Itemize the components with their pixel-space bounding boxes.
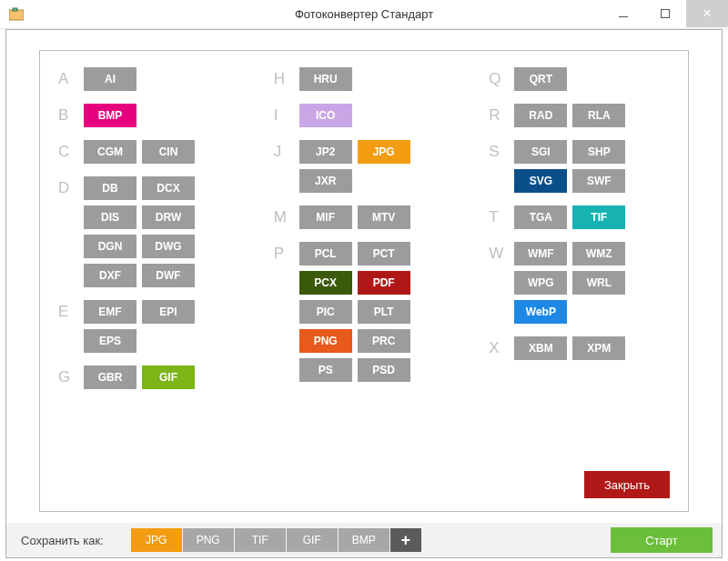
- format-chip-pcx[interactable]: PCX: [299, 271, 352, 295]
- format-chip-rla[interactable]: RLA: [572, 104, 625, 127]
- format-group-q: QQRT: [489, 67, 670, 91]
- minimize-button[interactable]: [602, 0, 644, 27]
- format-chips: XBMXPM: [514, 336, 625, 360]
- format-chip-wmf[interactable]: WMF: [514, 242, 567, 265]
- format-chip-webp[interactable]: WebP: [514, 300, 567, 324]
- format-chip-dwg[interactable]: DWG: [142, 235, 195, 258]
- format-chip-rad[interactable]: RAD: [514, 104, 567, 127]
- format-chip-mtv[interactable]: MTV: [358, 205, 410, 229]
- format-chip-mif[interactable]: MIF: [299, 205, 352, 229]
- format-chip-drw[interactable]: DRW: [142, 205, 195, 229]
- format-chip-gif[interactable]: GIF: [142, 366, 195, 389]
- format-chips: QRT: [514, 67, 567, 91]
- format-chip-dwf[interactable]: DWF: [142, 264, 195, 287]
- format-chip-pic[interactable]: PIC: [299, 300, 352, 324]
- format-group-i: IICO: [274, 104, 455, 127]
- format-chip-ico[interactable]: ICO: [299, 104, 352, 127]
- format-chip-gbr[interactable]: GBR: [84, 366, 136, 389]
- group-letter: T: [489, 205, 514, 226]
- format-chips: WMFWMZWPGWRLWebP: [514, 242, 642, 324]
- group-letter: A: [58, 67, 84, 88]
- format-chip-jxr[interactable]: JXR: [299, 169, 352, 193]
- save-as-label: Сохранить как:: [21, 534, 104, 547]
- format-picker-panel: AAIBBMPCCGMCINDDBDCXDISDRWDGNDWGDXFDWFEE…: [39, 50, 689, 512]
- format-group-h: HHRU: [274, 67, 455, 91]
- close-window-button[interactable]: ×: [686, 0, 728, 27]
- app-frame: Сохранить как: JPGPNGTIFGIFBMP+ Старт AA…: [5, 29, 723, 558]
- format-chip-hru[interactable]: HRU: [299, 67, 352, 91]
- format-chips: GBRGIF: [84, 366, 195, 389]
- format-chips: RADRLA: [514, 104, 625, 127]
- format-chip-png[interactable]: PNG: [299, 329, 352, 353]
- group-letter: Q: [489, 67, 514, 88]
- format-button-tif[interactable]: TIF: [235, 528, 286, 552]
- format-chips: JP2JPGJXR: [299, 140, 427, 193]
- format-chip-ai[interactable]: AI: [84, 67, 136, 91]
- add-format-button[interactable]: +: [390, 528, 421, 552]
- format-chip-dis[interactable]: DIS: [84, 205, 136, 229]
- group-letter: M: [274, 205, 299, 226]
- format-button-jpg[interactable]: JPG: [131, 528, 182, 552]
- group-letter: E: [58, 300, 84, 321]
- format-chip-eps[interactable]: EPS: [84, 329, 136, 353]
- format-chips: ICO: [299, 104, 352, 127]
- format-chip-psd[interactable]: PSD: [358, 358, 410, 382]
- format-chip-qrt[interactable]: QRT: [514, 67, 567, 91]
- format-row: JPGPNGTIFGIFBMP+: [131, 528, 421, 552]
- format-chip-prc[interactable]: PRC: [358, 329, 410, 353]
- format-chip-jpg[interactable]: JPG: [358, 140, 410, 164]
- format-group-x: XXBMXPM: [489, 336, 670, 360]
- format-chip-ps[interactable]: PS: [299, 358, 352, 382]
- format-chips: MIFMTV: [299, 205, 410, 229]
- format-chip-pcl[interactable]: PCL: [299, 242, 352, 265]
- format-chip-emf[interactable]: EMF: [84, 300, 136, 324]
- format-chip-xbm[interactable]: XBM: [514, 336, 567, 360]
- start-button[interactable]: Старт: [611, 527, 713, 553]
- titlebar: Фотоконвертер Стандарт ×: [0, 0, 728, 29]
- close-panel-button[interactable]: Закрыть: [584, 471, 670, 498]
- format-chip-epi[interactable]: EPI: [142, 300, 195, 324]
- format-group-e: EEMFEPIEPS: [58, 300, 239, 353]
- format-column: QQRTRRADRLASSGISHPSVGSWFTTGATIFWWMFWMZWP…: [489, 67, 670, 402]
- group-letter: J: [274, 140, 299, 161]
- format-chip-sgi[interactable]: SGI: [514, 140, 567, 164]
- format-chips: TGATIF: [514, 205, 625, 229]
- format-chip-swf[interactable]: SWF: [572, 169, 625, 193]
- format-chip-plt[interactable]: PLT: [358, 300, 410, 324]
- format-button-png[interactable]: PNG: [183, 528, 234, 552]
- format-column: HHRUIICOJJP2JPGJXRMMIFMTVPPCLPCTPCXPDFPI…: [274, 67, 455, 402]
- format-chip-wpg[interactable]: WPG: [514, 271, 567, 295]
- format-button-gif[interactable]: GIF: [287, 528, 338, 552]
- format-chip-dgn[interactable]: DGN: [84, 235, 136, 258]
- bottom-toolbar: Сохранить как: JPGPNGTIFGIFBMP+ Старт: [6, 523, 722, 557]
- format-group-p: PPCLPCTPCXPDFPICPLTPNGPRCPSPSD: [274, 242, 455, 382]
- format-group-d: DDBDCXDISDRWDGNDWGDXFDWF: [58, 176, 239, 287]
- format-chip-cgm[interactable]: CGM: [84, 140, 136, 164]
- format-chip-tga[interactable]: TGA: [514, 205, 567, 229]
- format-chip-dcx[interactable]: DCX: [142, 176, 195, 200]
- format-chips: SGISHPSVGSWF: [514, 140, 642, 193]
- window-controls: ×: [602, 0, 728, 27]
- format-group-m: MMIFMTV: [274, 205, 455, 229]
- format-chip-xpm[interactable]: XPM: [572, 336, 625, 360]
- format-chip-wmz[interactable]: WMZ: [572, 242, 625, 265]
- format-chip-wrl[interactable]: WRL: [572, 271, 625, 295]
- format-chip-pct[interactable]: PCT: [358, 242, 410, 265]
- group-letter: C: [58, 140, 84, 161]
- format-chip-tif[interactable]: TIF: [572, 205, 625, 229]
- format-chip-svg[interactable]: SVG: [514, 169, 567, 193]
- group-letter: I: [274, 104, 299, 125]
- format-group-r: RRADRLA: [489, 104, 670, 127]
- format-chip-cin[interactable]: CIN: [142, 140, 195, 164]
- format-chip-pdf[interactable]: PDF: [358, 271, 410, 295]
- format-button-bmp[interactable]: BMP: [339, 528, 389, 552]
- format-chip-dxf[interactable]: DXF: [84, 264, 136, 287]
- format-chip-jp2[interactable]: JP2: [299, 140, 352, 164]
- format-chip-db[interactable]: DB: [84, 176, 136, 200]
- format-group-a: AAI: [58, 67, 239, 91]
- maximize-button[interactable]: [644, 0, 686, 27]
- group-letter: R: [489, 104, 514, 125]
- format-chip-bmp[interactable]: BMP: [84, 104, 136, 127]
- format-chip-shp[interactable]: SHP: [572, 140, 625, 164]
- format-column: AAIBBMPCCGMCINDDBDCXDISDRWDGNDWGDXFDWFEE…: [58, 67, 239, 402]
